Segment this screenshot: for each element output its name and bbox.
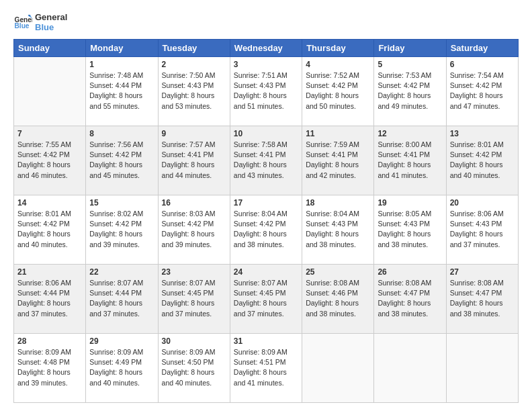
day-number: 7 [17,129,82,138]
week-row-5: 28Sunrise: 8:09 AMSunset: 4:48 PMDayligh… [14,334,519,403]
calendar-cell: 17Sunrise: 8:04 AMSunset: 4:42 PMDayligh… [230,195,302,265]
day-number: 25 [306,267,370,277]
calendar-table: SundayMondayTuesdayWednesdayThursdayFrid… [13,39,519,403]
calendar-cell: 19Sunrise: 8:05 AMSunset: 4:43 PMDayligh… [374,195,446,265]
day-number: 17 [234,198,298,208]
weekday-header-row: SundayMondayTuesdayWednesdayThursdayFrid… [14,40,519,57]
day-number: 5 [378,60,442,69]
day-number: 13 [450,129,515,138]
weekday-header-tuesday: Tuesday [158,40,230,57]
day-info: Sunrise: 8:09 AMSunset: 4:51 PMDaylight:… [234,347,298,388]
weekday-header-thursday: Thursday [302,40,374,57]
day-info: Sunrise: 8:03 AMSunset: 4:42 PMDaylight:… [162,209,226,250]
day-info: Sunrise: 8:08 AMSunset: 4:46 PMDaylight:… [306,278,370,319]
calendar-cell: 14Sunrise: 8:01 AMSunset: 4:42 PMDayligh… [14,195,86,265]
day-info: Sunrise: 8:06 AMSunset: 4:44 PMDaylight:… [17,278,82,319]
day-info: Sunrise: 8:04 AMSunset: 4:43 PMDaylight:… [306,209,370,250]
calendar-cell: 29Sunrise: 8:09 AMSunset: 4:49 PMDayligh… [86,334,158,403]
weekday-header-monday: Monday [86,40,158,57]
calendar-cell: 12Sunrise: 8:00 AMSunset: 4:41 PMDayligh… [374,126,446,195]
day-info: Sunrise: 7:48 AMSunset: 4:44 PMDaylight:… [89,71,154,111]
day-info: Sunrise: 7:57 AMSunset: 4:41 PMDaylight:… [162,140,226,181]
day-number: 31 [234,336,298,346]
day-info: Sunrise: 7:59 AMSunset: 4:41 PMDaylight:… [306,140,370,181]
week-row-2: 7Sunrise: 7:55 AMSunset: 4:42 PMDaylight… [14,126,519,195]
day-info: Sunrise: 8:09 AMSunset: 4:49 PMDaylight:… [89,347,154,388]
day-number: 4 [306,60,370,69]
weekday-header-wednesday: Wednesday [230,40,302,57]
calendar-cell: 28Sunrise: 8:09 AMSunset: 4:48 PMDayligh… [14,334,86,403]
logo-icon: General Blue [13,13,32,32]
day-info: Sunrise: 8:09 AMSunset: 4:50 PMDaylight:… [162,347,226,388]
week-row-3: 14Sunrise: 8:01 AMSunset: 4:42 PMDayligh… [14,195,519,265]
day-number: 16 [162,198,226,208]
day-info: Sunrise: 8:07 AMSunset: 4:45 PMDaylight:… [162,278,226,319]
calendar-cell: 10Sunrise: 7:58 AMSunset: 4:41 PMDayligh… [230,126,302,195]
day-info: Sunrise: 7:53 AMSunset: 4:42 PMDaylight:… [378,71,442,111]
calendar-cell: 26Sunrise: 8:08 AMSunset: 4:47 PMDayligh… [374,265,446,334]
calendar-cell: 25Sunrise: 8:08 AMSunset: 4:46 PMDayligh… [302,265,374,334]
calendar-cell: 11Sunrise: 7:59 AMSunset: 4:41 PMDayligh… [302,126,374,195]
calendar-cell: 13Sunrise: 8:01 AMSunset: 4:42 PMDayligh… [446,126,518,195]
day-info: Sunrise: 7:56 AMSunset: 4:42 PMDaylight:… [89,140,154,181]
week-row-1: 1Sunrise: 7:48 AMSunset: 4:44 PMDaylight… [14,57,519,126]
weekday-header-saturday: Saturday [446,40,518,57]
calendar-cell: 6Sunrise: 7:54 AMSunset: 4:42 PMDaylight… [446,57,518,126]
day-info: Sunrise: 8:09 AMSunset: 4:48 PMDaylight:… [17,347,82,388]
day-number: 9 [162,129,226,138]
day-number: 19 [378,198,442,208]
calendar-cell: 24Sunrise: 8:07 AMSunset: 4:45 PMDayligh… [230,265,302,334]
day-info: Sunrise: 8:00 AMSunset: 4:41 PMDaylight:… [378,140,442,181]
calendar-cell: 3Sunrise: 7:51 AMSunset: 4:43 PMDaylight… [230,57,302,126]
day-number: 20 [450,198,515,208]
day-number: 12 [378,129,442,138]
day-info: Sunrise: 8:01 AMSunset: 4:42 PMDaylight:… [450,140,515,181]
logo-general: General [35,12,67,22]
calendar-cell: 16Sunrise: 8:03 AMSunset: 4:42 PMDayligh… [158,195,230,265]
week-row-4: 21Sunrise: 8:06 AMSunset: 4:44 PMDayligh… [14,265,519,334]
day-number: 21 [17,267,82,277]
logo: General Blue General Blue [13,12,67,32]
day-info: Sunrise: 8:08 AMSunset: 4:47 PMDaylight:… [450,278,515,319]
calendar-cell: 31Sunrise: 8:09 AMSunset: 4:51 PMDayligh… [230,334,302,403]
day-info: Sunrise: 8:06 AMSunset: 4:43 PMDaylight:… [450,209,515,250]
day-info: Sunrise: 8:01 AMSunset: 4:42 PMDaylight:… [17,209,82,250]
calendar-cell: 7Sunrise: 7:55 AMSunset: 4:42 PMDaylight… [14,126,86,195]
day-number: 15 [89,198,154,208]
day-number: 23 [162,267,226,277]
day-number: 24 [234,267,298,277]
calendar-cell: 2Sunrise: 7:50 AMSunset: 4:43 PMDaylight… [158,57,230,126]
calendar-cell: 8Sunrise: 7:56 AMSunset: 4:42 PMDaylight… [86,126,158,195]
calendar-cell: 20Sunrise: 8:06 AMSunset: 4:43 PMDayligh… [446,195,518,265]
day-number: 1 [89,60,154,69]
day-number: 3 [234,60,298,69]
day-number: 26 [378,267,442,277]
day-info: Sunrise: 7:54 AMSunset: 4:42 PMDaylight:… [450,71,515,111]
calendar-cell: 23Sunrise: 8:07 AMSunset: 4:45 PMDayligh… [158,265,230,334]
calendar-cell: 18Sunrise: 8:04 AMSunset: 4:43 PMDayligh… [302,195,374,265]
calendar-cell: 22Sunrise: 8:07 AMSunset: 4:44 PMDayligh… [86,265,158,334]
day-number: 28 [17,336,82,346]
page-header: General Blue General Blue [13,12,519,32]
day-number: 30 [162,336,226,346]
day-number: 27 [450,267,515,277]
logo-blue: Blue [35,22,67,32]
day-info: Sunrise: 7:55 AMSunset: 4:42 PMDaylight:… [17,140,82,181]
day-info: Sunrise: 8:07 AMSunset: 4:44 PMDaylight:… [89,278,154,319]
calendar-cell [14,57,86,126]
day-number: 2 [162,60,226,69]
day-number: 14 [17,198,82,208]
calendar-cell: 21Sunrise: 8:06 AMSunset: 4:44 PMDayligh… [14,265,86,334]
calendar-cell [302,334,374,403]
calendar-cell [446,334,518,403]
calendar-cell: 27Sunrise: 8:08 AMSunset: 4:47 PMDayligh… [446,265,518,334]
day-number: 11 [306,129,370,138]
day-info: Sunrise: 7:52 AMSunset: 4:42 PMDaylight:… [306,71,370,111]
day-number: 29 [89,336,154,346]
calendar-cell: 1Sunrise: 7:48 AMSunset: 4:44 PMDaylight… [86,57,158,126]
calendar-cell: 5Sunrise: 7:53 AMSunset: 4:42 PMDaylight… [374,57,446,126]
day-number: 6 [450,60,515,69]
calendar-cell [374,334,446,403]
calendar-cell: 30Sunrise: 8:09 AMSunset: 4:50 PMDayligh… [158,334,230,403]
calendar-cell: 15Sunrise: 8:02 AMSunset: 4:42 PMDayligh… [86,195,158,265]
